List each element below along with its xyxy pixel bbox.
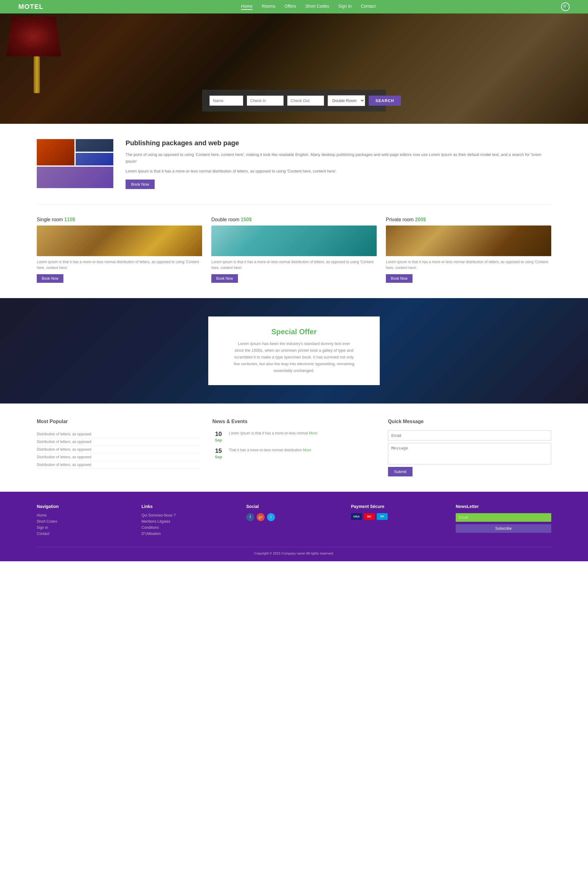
footer-nav-home[interactable]: Home (37, 513, 132, 518)
news-events-title: News & Events (212, 419, 375, 424)
nav-shortcodes[interactable]: Short Codes (305, 4, 329, 10)
mastercard-icon: MC (364, 513, 375, 520)
footer-nav-contact[interactable]: Contact (37, 532, 132, 536)
list-item: Distribution of letters, as opposed (37, 453, 200, 461)
name-input[interactable] (210, 95, 243, 106)
room-single-price: 110$ (64, 217, 75, 222)
quick-message-textarea[interactable] (388, 443, 551, 464)
footer-nav-list: Home Short Codes Sign in Contact (37, 513, 132, 536)
nav-signin[interactable]: Sign In (338, 4, 352, 10)
news-item-1: 10 Sep Lorem Ipsum is that it has a more… (212, 430, 375, 442)
special-offer-box: Special Offer Lorem Ipsum has been the i… (208, 317, 380, 385)
news-more-2[interactable]: More (303, 448, 311, 452)
footer-link-utilisation[interactable]: D'Utilisation (142, 532, 237, 536)
pub-image-1 (37, 139, 74, 165)
footer-nav-shortcodes[interactable]: Short Codes (37, 519, 132, 524)
room-single-book-btn[interactable]: Book Now (37, 274, 63, 283)
most-popular-col: Most Popular Distribution of letters, as… (37, 419, 200, 476)
news-text-2: That it has a more-or-less normal distri… (229, 447, 311, 459)
pub-image-4 (37, 167, 113, 188)
quick-message-title: Quick Message (388, 419, 551, 424)
room-private-book-btn[interactable]: Book Now (386, 274, 413, 283)
room-double-title: Double room 150$ (211, 217, 377, 222)
room-single-desc: Lorem ipsum is that it has a more-or-les… (37, 259, 202, 271)
search-icon[interactable]: 🔍 (561, 3, 570, 11)
pub-image-2 (75, 139, 113, 152)
room-single-image (37, 225, 202, 256)
googleplus-icon[interactable]: g+ (256, 513, 265, 521)
footer-navigation: Navigation Home Short Codes Sign in Cont… (37, 504, 132, 538)
logo: MOTEL (18, 3, 44, 11)
footer-links-list: Qui Sommes-Nous ? Mentions Légales Condi… (142, 513, 237, 536)
room-double-book-btn[interactable]: Book Now (211, 274, 238, 283)
room-private-price: 200$ (415, 217, 426, 222)
facebook-icon[interactable]: f (246, 513, 254, 521)
paypal-icon: PP (377, 513, 388, 520)
nav-rooms[interactable]: Rooms (262, 4, 275, 10)
footer-grid: Navigation Home Short Codes Sign in Cont… (37, 504, 551, 538)
footer-nav-signin[interactable]: Sign in (37, 526, 132, 530)
nav-home[interactable]: Home (241, 4, 252, 10)
footer-newsletter: NewsLetter Subscribe (456, 504, 551, 538)
room-private-image (386, 225, 551, 256)
submit-button[interactable]: Submit (388, 467, 413, 476)
footer-link-about[interactable]: Qui Sommes-Nous ? (142, 513, 237, 518)
publishing-para2: Lorem Ipsum is that it has a more-or-les… (125, 168, 551, 175)
room-card-private: Private room 200$ Lorem ipsum is that it… (386, 217, 551, 282)
header: MOTEL Home Rooms Offers Short Codes Sign… (0, 0, 588, 14)
footer-payment-title: Payment Sécure (351, 504, 446, 509)
quick-message-col: Quick Message Submit (388, 419, 551, 476)
search-bar: Double Room Single Room Private Room SEA… (202, 90, 386, 112)
publishing-para1: The point of using as opposed to using '… (125, 151, 551, 165)
hero-section: Double Room Single Room Private Room SEA… (0, 14, 588, 124)
newsletter-email-input[interactable] (456, 513, 551, 522)
news-date-1: 10 Sep (212, 430, 225, 442)
rooms-grid: Single room 110$ Lorem ipsum is that it … (37, 217, 551, 282)
twitter-icon[interactable]: t (267, 513, 275, 521)
special-offer-section: Special Offer Lorem Ipsum has been the i… (0, 298, 588, 403)
footer-social: Social f g+ t (246, 504, 342, 538)
rooms-section: Single room 110$ Lorem ipsum is that it … (0, 205, 588, 298)
publishing-section: Publishing packages and web page The poi… (0, 124, 588, 204)
footer-social-title: Social (246, 504, 342, 509)
nav-offers[interactable]: Offers (285, 4, 296, 10)
room-private-title: Private room 200$ (386, 217, 551, 222)
subscribe-button[interactable]: Subscribe (456, 524, 551, 533)
checkin-input[interactable] (247, 95, 283, 106)
news-text-1: Lorem Ipsum is that it has a more-or-les… (229, 430, 317, 442)
quick-message-form: Submit (388, 430, 551, 476)
footer-links: Links Qui Sommes-Nous ? Mentions Légales… (142, 504, 237, 538)
news-date-2: 15 Sep (212, 447, 225, 459)
news-more-1[interactable]: More (309, 431, 317, 435)
visa-icon: VISA (351, 513, 362, 520)
nav-contact[interactable]: Contact (361, 4, 375, 10)
footer-link-conditions[interactable]: Conditions (142, 526, 237, 530)
social-icons: f g+ t (246, 513, 342, 521)
news-events-col: News & Events 10 Sep Lorem Ipsum is that… (212, 419, 375, 476)
footer-links-title: Links (142, 504, 237, 509)
publishing-images (37, 139, 113, 188)
room-select[interactable]: Double Room Single Room Private Room (328, 95, 365, 106)
footer-newsletter-title: NewsLetter (456, 504, 551, 509)
publishing-title: Publishing packages and web page (125, 139, 551, 147)
room-single-title: Single room 110$ (37, 217, 202, 222)
footer: Navigation Home Short Codes Sign in Cont… (0, 492, 588, 561)
hero-decoration (6, 14, 67, 106)
publishing-book-btn[interactable]: Book Now (125, 180, 155, 189)
list-item: Distribution of letters, as opposed (37, 446, 200, 453)
most-popular-title: Most Popular (37, 419, 200, 424)
popular-list: Distribution of letters, as opposed Dist… (37, 430, 200, 469)
room-private-desc: Lorem ipsum is that it has a more-or-les… (386, 259, 551, 271)
list-item: Distribution of letters, as opposed (37, 438, 200, 446)
footer-link-mentions[interactable]: Mentions Légales (142, 519, 237, 524)
payment-icons: VISA MC PP (351, 513, 446, 520)
checkout-input[interactable] (287, 95, 324, 106)
room-card-single: Single room 110$ Lorem ipsum is that it … (37, 217, 202, 282)
quick-email-input[interactable] (388, 430, 551, 441)
room-card-double: Double room 150$ Lorem ipsum is that it … (211, 217, 377, 282)
footer-payment: Payment Sécure VISA MC PP (351, 504, 446, 538)
list-item: Distribution of letters, as opposed (37, 430, 200, 438)
special-offer-title: Special Offer (233, 328, 355, 336)
search-button[interactable]: SEARCH (369, 95, 401, 106)
footer-nav-title: Navigation (37, 504, 132, 509)
